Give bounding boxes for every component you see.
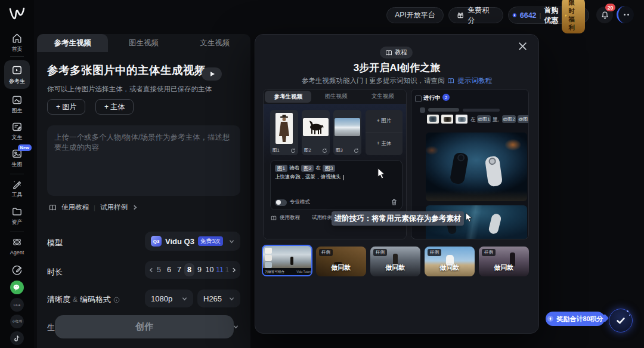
model-name: Vidu Q3 bbox=[165, 237, 194, 246]
demo-thumb-cell-3: 图3 bbox=[333, 110, 361, 155]
reward-tooltip-text: 奖励合计80积分 bbox=[556, 315, 603, 324]
sidebar: 首页 参考生 图生 文生 New 生图 工具 资产 bbox=[0, 0, 34, 348]
demo-ref-chip: 图3 bbox=[323, 165, 335, 172]
model-logo: Q3 bbox=[151, 236, 162, 247]
vidu-logo[interactable] bbox=[8, 6, 26, 22]
duration-option[interactable]: 9 bbox=[194, 266, 205, 274]
card-sample-2[interactable]: 样例 做同款 bbox=[370, 247, 420, 276]
card-sample-3[interactable]: 样例 做同款 bbox=[425, 247, 475, 276]
prompt-input[interactable] bbox=[47, 125, 240, 196]
xiaohongshu-label: 小红书 bbox=[12, 319, 22, 324]
create-button[interactable]: 创作 bbox=[55, 315, 234, 338]
free-credits-button[interactable]: 免费积分 bbox=[448, 7, 503, 23]
xiaohongshu-button[interactable]: 小红书 bbox=[10, 315, 24, 328]
reference-video-panel: 参考多张图片中的主体生成视频 你可以上传图片选择主体，或者直接使用已保存的主体 … bbox=[37, 52, 250, 348]
feedback-pen-icon[interactable] bbox=[11, 264, 23, 276]
api-platform-button[interactable]: API开放平台 bbox=[386, 7, 444, 23]
demo-mini-thumb bbox=[441, 115, 453, 124]
sidebar-item-tools[interactable]: 工具 bbox=[0, 178, 34, 198]
card-person-silhouette bbox=[290, 257, 293, 265]
quality-dropdown[interactable]: 1080p bbox=[145, 290, 193, 307]
tab-image-video[interactable]: 图生视频 bbox=[108, 34, 179, 52]
card-sample-4[interactable]: 样例 做同款 bbox=[479, 247, 529, 276]
chevron-left-icon[interactable] bbox=[148, 267, 154, 273]
demo-tab-active: 参考生视频 bbox=[265, 91, 311, 103]
demo-prompt-text: 上快速奔跑，远景，俯视镜头 bbox=[275, 174, 341, 181]
lila-button[interactable]: LiLa bbox=[10, 298, 24, 312]
pen-icon bbox=[11, 264, 23, 276]
chevron-down-icon bbox=[229, 239, 234, 244]
codec-label: 编码格式 bbox=[80, 294, 111, 305]
sidebar-item-label: Agent bbox=[10, 250, 24, 255]
duration-option[interactable]: 5 bbox=[154, 266, 164, 274]
diver-light-2 bbox=[488, 213, 502, 235]
bell-icon bbox=[600, 11, 609, 20]
card-mini-thumb bbox=[265, 248, 272, 254]
limited-benefit-label: 限时福利 bbox=[568, 0, 581, 32]
demo-ref-chip: @图2 bbox=[502, 115, 516, 123]
refresh-icon bbox=[322, 148, 327, 153]
duration-option-clipped: 1 bbox=[225, 266, 230, 274]
book-icon bbox=[49, 204, 57, 211]
sample-badge: 样例 bbox=[373, 249, 387, 256]
sidebar-item-imagegen[interactable]: New 生图 bbox=[0, 148, 34, 167]
reward-check-button[interactable] bbox=[609, 309, 633, 332]
tab-label: 文生视频 bbox=[200, 38, 230, 48]
duration-option[interactable]: 6 bbox=[164, 266, 174, 274]
free-credits-label: 免费积分 bbox=[467, 5, 495, 26]
image-to-video-icon bbox=[11, 94, 23, 106]
model-dropdown[interactable]: Q3 Vidu Q3 免费3次 bbox=[145, 232, 240, 251]
modal-subtitle: 参考生视频功能入门 | 更多提示词知识，请查阅 bbox=[302, 76, 444, 85]
seafloor-shade bbox=[426, 190, 527, 201]
lila-label: LiLa bbox=[14, 303, 20, 307]
sidebar-item-assets[interactable]: 资产 bbox=[0, 206, 34, 225]
tutorial-link[interactable]: 使用教程 bbox=[61, 203, 89, 212]
card-sample-1[interactable]: 样例 做同款 bbox=[316, 247, 366, 276]
samples-link[interactable]: 试用样例 bbox=[100, 203, 128, 212]
chevron-right-icon[interactable] bbox=[231, 267, 237, 273]
wechat-button[interactable] bbox=[10, 281, 24, 294]
add-subject-button[interactable]: + 主体 bbox=[95, 99, 134, 115]
sidebar-item-img2video[interactable]: 图生 bbox=[0, 94, 34, 113]
demo-samples-link: 试用样例 bbox=[312, 214, 332, 221]
user-avatar[interactable] bbox=[617, 6, 634, 23]
folder-icon bbox=[11, 206, 23, 217]
duration-option[interactable]: 11 bbox=[215, 266, 225, 274]
close-icon[interactable] bbox=[518, 42, 527, 51]
add-image-button[interactable]: + 图片 bbox=[47, 99, 85, 115]
divider-pipe: | bbox=[540, 12, 541, 19]
sidebar-item-agent[interactable]: Agent bbox=[0, 236, 34, 255]
sidebar-item-label: 图生 bbox=[12, 107, 23, 113]
sample-badge: 样例 bbox=[428, 249, 441, 256]
duration-option[interactable]: 7 bbox=[174, 266, 184, 274]
demo-ref-text: 里, bbox=[493, 116, 499, 124]
prompt-tutorial-link[interactable]: 提示词教程 bbox=[457, 76, 492, 85]
credits-promo-pill[interactable]: 6642 | 首购优惠 限时福利 bbox=[508, 7, 589, 24]
demo-ref-chip: 图1 bbox=[275, 165, 287, 172]
trash-icon bbox=[391, 199, 397, 205]
credit-coin-icon bbox=[512, 11, 517, 20]
demo-add-image: + 图片 bbox=[366, 110, 402, 133]
duration-option-selected[interactable]: 8 bbox=[184, 263, 194, 276]
demo-thumb-label: 图3 bbox=[336, 147, 343, 153]
intro-play-button[interactable] bbox=[202, 67, 222, 81]
card-featured-tutorial[interactable]: 万物皆可组合 Vidu Tutorial bbox=[262, 245, 312, 276]
demo-footer-links: 使用教程 试用样例 bbox=[271, 214, 339, 221]
check-icon bbox=[615, 315, 626, 326]
make-same-label: 做同款 bbox=[316, 263, 366, 272]
demo-thumb-cell-1: 图1 bbox=[270, 110, 298, 155]
tab-reference-video[interactable]: 参考生视频 bbox=[37, 34, 108, 52]
refresh-icon bbox=[354, 148, 359, 153]
sample-badge: 样例 bbox=[319, 249, 333, 256]
sidebar-item-home[interactable]: 首页 bbox=[0, 33, 34, 52]
sidebar-item-reference[interactable]: 参考生 bbox=[4, 60, 30, 89]
tiktok-button[interactable] bbox=[10, 331, 24, 345]
duration-option[interactable]: 10 bbox=[205, 266, 215, 274]
codec-dropdown[interactable]: H265 bbox=[197, 290, 240, 307]
modal-title: 3步开启AI创作之旅 bbox=[255, 61, 538, 75]
sidebar-item-label: 首页 bbox=[12, 46, 23, 52]
sidebar-item-text2video[interactable]: 文生 bbox=[0, 121, 34, 140]
tab-text-video[interactable]: 文生视频 bbox=[179, 34, 250, 52]
first-purchase-label: 首购优惠 bbox=[544, 5, 559, 26]
toggle-knob bbox=[276, 200, 281, 205]
